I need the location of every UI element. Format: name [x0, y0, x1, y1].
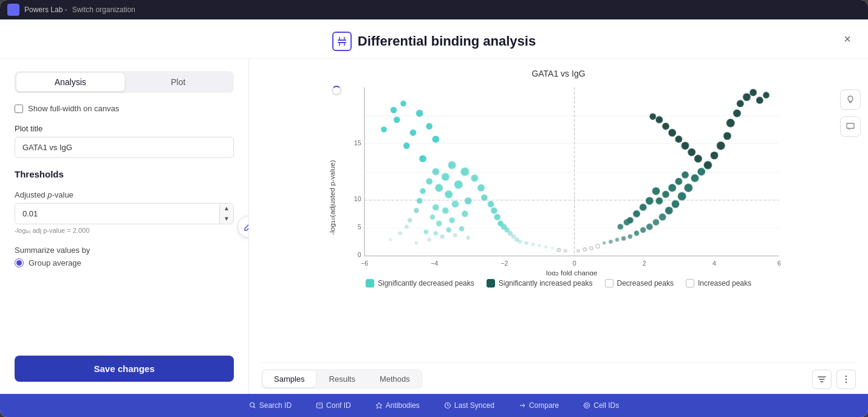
stepper-down[interactable]: ▼ — [220, 214, 233, 224]
switch-org-link[interactable]: Switch organization — [72, 5, 135, 14]
pvalue-field: Adjusted p-value ▲ ▼ -log₁₀ adj p-value … — [15, 190, 234, 235]
chart-area: GATA1 vs IgG 0 — [261, 69, 856, 359]
tab-analysis[interactable]: Analysis — [16, 73, 125, 91]
tab-results[interactable]: Results — [318, 371, 366, 387]
strip-compare: Compare — [519, 401, 559, 410]
svg-point-90 — [615, 238, 618, 241]
legend-swatch-sig-increased — [487, 279, 495, 288]
svg-text:15: 15 — [354, 139, 361, 146]
svg-point-87 — [400, 101, 406, 107]
analysis-icon — [332, 32, 352, 51]
modal-body: Analysis Plot Show full-width on canvas … — [0, 59, 868, 394]
svg-text:0: 0 — [572, 260, 576, 267]
loading-spinner — [332, 86, 341, 95]
svg-point-103 — [697, 168, 705, 176]
svg-point-100 — [677, 192, 686, 201]
svg-point-135 — [649, 113, 656, 120]
fullwidth-checkbox-row: Show full-width on canvas — [15, 104, 234, 113]
legend-sig-decreased: Significantly decreased peaks — [366, 279, 474, 288]
svg-point-91 — [621, 236, 625, 240]
edit-fab-button[interactable] — [238, 216, 249, 238]
filter-button[interactable] — [812, 370, 832, 389]
svg-point-129 — [688, 148, 695, 156]
bottom-strip: Search ID Conf ID Antibodies Last Synced… — [0, 394, 868, 417]
legend-swatch-sig-decreased — [366, 279, 374, 288]
svg-point-71 — [531, 243, 534, 246]
svg-point-117 — [710, 151, 718, 159]
svg-point-44 — [445, 190, 453, 198]
svg-point-121 — [733, 109, 740, 117]
pvalue-hint: -log₁₀ adj p-value = 2.000 — [15, 227, 234, 235]
svg-point-67 — [405, 225, 408, 229]
svg-point-27 — [440, 234, 444, 238]
bottom-actions — [812, 370, 856, 389]
svg-point-106 — [662, 191, 669, 198]
svg-point-95 — [646, 224, 653, 230]
svg-point-128 — [694, 155, 702, 163]
legend-label-sig-decreased: Significantly decreased peaks — [378, 279, 474, 288]
svg-point-59 — [416, 198, 422, 204]
fullwidth-label: Show full-width on canvas — [28, 104, 119, 113]
svg-point-73 — [389, 238, 392, 241]
left-panel: Analysis Plot Show full-width on canvas … — [0, 59, 249, 394]
svg-point-50 — [432, 168, 439, 175]
strip-search-id: Search ID — [249, 401, 292, 410]
svg-point-131 — [675, 136, 682, 143]
svg-rect-0 — [338, 40, 346, 41]
svg-point-145 — [250, 403, 254, 407]
legend-label-decreased: Decreased peaks — [617, 279, 674, 288]
svg-point-115 — [617, 224, 623, 230]
svg-point-72 — [398, 231, 402, 235]
svg-point-152 — [586, 404, 588, 407]
svg-point-134 — [655, 116, 663, 123]
legend-increased: Increased peaks — [686, 279, 751, 288]
tab-samples[interactable]: Samples — [263, 371, 316, 387]
svg-point-78 — [419, 155, 426, 162]
tab-plot[interactable]: Plot — [125, 73, 233, 91]
more-options-button[interactable] — [836, 370, 856, 389]
svg-text:10: 10 — [354, 195, 361, 202]
svg-text:−4: −4 — [431, 260, 438, 267]
svg-point-69 — [518, 240, 521, 243]
svg-line-146 — [253, 407, 255, 408]
svg-point-82 — [432, 136, 439, 143]
svg-point-37 — [449, 218, 455, 224]
svg-point-93 — [634, 230, 639, 236]
svg-point-112 — [639, 204, 646, 211]
legend-label-sig-increased: Significantly increased peaks — [499, 279, 593, 288]
thresholds-title: Thresholds — [15, 169, 234, 179]
plot-title-input[interactable] — [15, 137, 234, 158]
svg-point-109 — [682, 171, 689, 179]
app-logo — [7, 4, 19, 16]
svg-point-98 — [665, 207, 672, 215]
svg-point-84 — [381, 126, 387, 133]
svg-point-41 — [451, 201, 459, 208]
close-button[interactable]: × — [839, 30, 856, 47]
svg-point-46 — [454, 181, 462, 189]
svg-point-39 — [462, 210, 468, 217]
legend-swatch-increased — [686, 279, 694, 288]
fullwidth-checkbox[interactable] — [15, 105, 23, 113]
svg-point-34 — [423, 230, 428, 234]
svg-point-28 — [427, 238, 431, 241]
svg-point-86 — [415, 109, 423, 117]
svg-point-43 — [464, 197, 471, 204]
modal-header: Differential binding analysis × — [0, 19, 868, 59]
legend-decreased: Decreased peaks — [605, 279, 674, 288]
group-average-radio[interactable] — [15, 258, 24, 267]
stepper-up[interactable]: ▲ — [220, 204, 233, 214]
svg-text:-log₁₀(adjusted p-value): -log₁₀(adjusted p-value) — [327, 160, 335, 235]
pvalue-input-wrap: ▲ ▼ — [15, 203, 234, 224]
pvalue-input[interactable] — [15, 204, 219, 224]
strip-last-synced: Last Synced — [444, 401, 494, 410]
svg-point-108 — [675, 177, 682, 185]
svg-point-36 — [436, 221, 442, 227]
svg-point-130 — [681, 142, 689, 150]
legend-swatch-decreased — [605, 279, 613, 288]
svg-point-102 — [691, 174, 699, 182]
svg-point-123 — [742, 93, 750, 101]
svg-point-114 — [652, 187, 660, 195]
svg-point-31 — [466, 236, 470, 240]
tab-methods[interactable]: Methods — [369, 371, 421, 387]
save-changes-button[interactable]: Save changes — [15, 356, 234, 382]
